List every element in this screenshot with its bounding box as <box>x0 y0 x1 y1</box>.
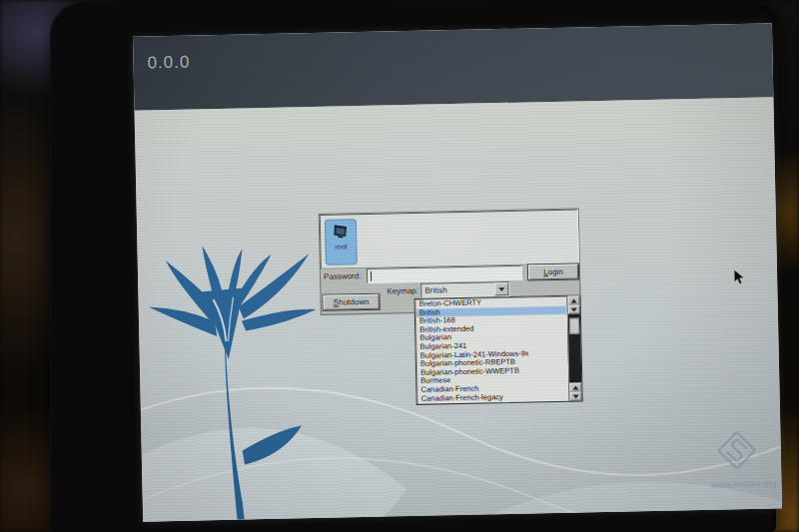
website-url: www.rest0re.org <box>711 478 776 489</box>
keymap-dropdown-list: Breton-CHWERTYBritishBritish-168British-… <box>414 294 583 404</box>
monitor-icon <box>332 224 350 239</box>
shutdown-button[interactable]: Shutdown <box>323 294 379 310</box>
hostname-text: 0.0.0 <box>147 53 190 74</box>
diamond-s-logo <box>716 429 757 472</box>
flower-graphic <box>145 240 337 522</box>
keymap-options: Breton-CHWERTYBritishBritish-168British-… <box>416 297 568 403</box>
login-screen: 0.0.0 <box>133 23 782 521</box>
arrow-down-icon <box>573 394 579 398</box>
arrow-up-icon <box>571 299 577 303</box>
scrollbar[interactable] <box>567 295 582 400</box>
arrow-up-icon <box>572 385 578 389</box>
user-name-label: root <box>326 243 356 252</box>
scrollbar-thumb[interactable] <box>569 317 579 333</box>
monitor-bezel: 0.0.0 <box>50 2 776 532</box>
mouse-pointer <box>734 269 745 285</box>
arrow-down-icon <box>571 307 577 311</box>
keymap-label: Keymap: <box>387 286 418 296</box>
chevron-down-icon <box>498 287 504 291</box>
combo-dropdown-button[interactable] <box>494 282 508 295</box>
keymap-option[interactable]: Canadian-French-legacy <box>418 391 568 403</box>
scroll-up-button[interactable] <box>568 295 580 304</box>
titlebar: 0.0.0 <box>133 23 773 110</box>
login-button[interactable]: Login <box>528 264 578 279</box>
scroll-down-button-bottom[interactable] <box>570 391 582 400</box>
scroll-down-button[interactable] <box>568 304 580 313</box>
keymap-value: British <box>421 282 494 297</box>
user-item-root[interactable]: root <box>325 219 358 266</box>
password-label: Password: <box>324 271 362 281</box>
user-list: root <box>320 209 579 268</box>
scroll-up-button-bottom[interactable] <box>569 382 581 391</box>
text-caret <box>371 271 372 281</box>
